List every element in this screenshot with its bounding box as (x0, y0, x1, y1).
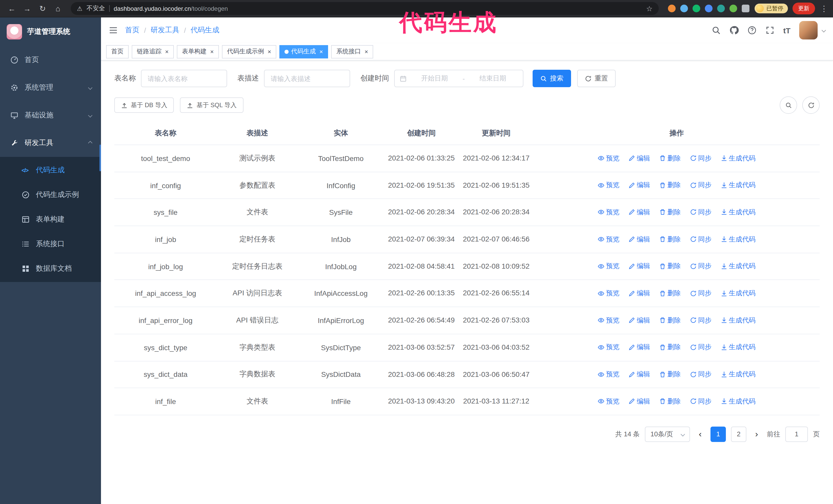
app-logo[interactable]: 芋道管理系统 (0, 18, 101, 46)
delete-link[interactable]: 删除 (659, 316, 681, 325)
page-button-1[interactable]: 1 (711, 427, 726, 442)
sync-link[interactable]: 同步 (690, 316, 712, 325)
sync-link[interactable]: 同步 (690, 235, 712, 244)
generate-code-link[interactable]: 生成代码 (721, 208, 756, 217)
generate-code-link[interactable]: 生成代码 (721, 397, 756, 406)
extension-icon-4[interactable] (705, 5, 713, 12)
avatar[interactable] (799, 21, 818, 40)
preview-link[interactable]: 预览 (598, 208, 619, 217)
generate-code-link[interactable]: 生成代码 (721, 181, 756, 190)
close-icon[interactable]: × (319, 48, 323, 55)
edit-link[interactable]: 编辑 (628, 343, 650, 352)
refresh-table-button[interactable] (802, 96, 820, 114)
sync-link[interactable]: 同步 (690, 397, 712, 406)
sidebar-item-home[interactable]: 首页 (0, 46, 101, 74)
delete-link[interactable]: 删除 (659, 262, 681, 271)
sync-link[interactable]: 同步 (690, 181, 712, 190)
generate-code-link[interactable]: 生成代码 (721, 262, 756, 271)
reload-icon[interactable]: ↻ (36, 2, 49, 15)
sidebar-subitem-db-doc[interactable]: 数据库文档 (0, 256, 101, 281)
extension-icon-5[interactable] (717, 5, 725, 12)
tab-codegen-example[interactable]: 代码生成示例× (222, 45, 276, 58)
sync-link[interactable]: 同步 (690, 343, 712, 352)
extensions-puzzle-icon[interactable] (742, 5, 749, 12)
tab-codegen[interactable]: 代码生成× (279, 45, 328, 58)
edit-link[interactable]: 编辑 (628, 262, 650, 271)
sync-link[interactable]: 同步 (690, 289, 712, 298)
breadcrumb-dev-tools[interactable]: 研发工具 (151, 26, 180, 35)
edit-link[interactable]: 编辑 (628, 235, 650, 244)
tab-home[interactable]: 首页 (106, 45, 129, 58)
generate-code-link[interactable]: 生成代码 (721, 289, 756, 298)
preview-link[interactable]: 预览 (598, 262, 619, 271)
avatar-caret-icon[interactable] (822, 28, 826, 32)
sidebar-scrollbar-thumb[interactable] (99, 145, 101, 171)
sidebar-subitem-codegen[interactable]: </> 代码生成 (0, 158, 101, 183)
edit-link[interactable]: 编辑 (628, 289, 650, 298)
table-name-input[interactable] (141, 70, 227, 87)
sync-link[interactable]: 同步 (690, 208, 712, 217)
fullscreen-icon[interactable] (765, 26, 775, 35)
chrome-menu-icon[interactable]: ⋮ (820, 4, 828, 13)
delete-link[interactable]: 删除 (659, 289, 681, 298)
sidebar-subitem-codegen-example[interactable]: 代码生成示例 (0, 183, 101, 207)
delete-link[interactable]: 删除 (659, 208, 681, 217)
sync-link[interactable]: 同步 (690, 262, 712, 271)
extension-icon-2[interactable] (680, 5, 688, 12)
search-icon[interactable] (712, 26, 721, 35)
forward-icon[interactable]: → (21, 2, 34, 15)
sync-link[interactable]: 同步 (690, 370, 712, 379)
generate-code-link[interactable]: 生成代码 (721, 343, 756, 352)
edit-link[interactable]: 编辑 (628, 153, 650, 163)
help-icon[interactable] (747, 26, 757, 35)
import-db-button[interactable]: 基于 DB 导入 (114, 97, 174, 113)
sidebar-subitem-system-api[interactable]: 系统接口 (0, 232, 101, 256)
create-time-range-picker[interactable]: 开始日期 - 结束日期 (394, 70, 523, 87)
close-icon[interactable]: × (268, 48, 271, 55)
next-page-button[interactable]: › (752, 427, 762, 442)
tab-system-api[interactable]: 系统接口× (331, 45, 373, 58)
generate-code-link[interactable]: 生成代码 (721, 316, 756, 325)
extension-icon-1[interactable] (668, 5, 675, 12)
search-button[interactable]: 搜索 (532, 70, 571, 87)
font-size-icon[interactable]: tT (783, 26, 790, 34)
page-size-select[interactable]: 10条/页 (645, 427, 690, 442)
github-icon[interactable] (730, 26, 739, 35)
delete-link[interactable]: 删除 (659, 370, 681, 379)
page-button-2[interactable]: 2 (731, 427, 746, 442)
generate-code-link[interactable]: 生成代码 (721, 370, 756, 379)
delete-link[interactable]: 删除 (659, 235, 681, 244)
chrome-update-button[interactable]: 更新 (792, 3, 815, 14)
preview-link[interactable]: 预览 (598, 289, 619, 298)
close-icon[interactable]: × (165, 48, 169, 55)
delete-link[interactable]: 删除 (659, 181, 681, 190)
hamburger-icon[interactable] (109, 26, 118, 35)
delete-link[interactable]: 删除 (659, 153, 681, 163)
preview-link[interactable]: 预览 (598, 235, 619, 244)
preview-link[interactable]: 预览 (598, 343, 619, 352)
profile-paused-badge[interactable]: 已暂停 (755, 4, 788, 13)
edit-link[interactable]: 编辑 (628, 370, 650, 379)
extension-icon-3[interactable] (693, 5, 700, 12)
goto-page-input[interactable] (785, 427, 808, 442)
delete-link[interactable]: 删除 (659, 397, 681, 406)
address-bar[interactable]: ⚠ 不安全 dashboard.yudao.iocoder.cn/tool/co… (71, 2, 659, 15)
home-icon[interactable]: ⌂ (51, 2, 65, 15)
preview-link[interactable]: 预览 (598, 181, 619, 190)
generate-code-link[interactable]: 生成代码 (721, 153, 756, 163)
reset-button[interactable]: 重置 (577, 70, 616, 87)
edit-link[interactable]: 编辑 (628, 316, 650, 325)
sidebar-subitem-form-builder[interactable]: 表单构建 (0, 207, 101, 232)
sidebar-item-dev-tools[interactable]: 研发工具 (0, 129, 101, 157)
toggle-search-button[interactable] (780, 96, 797, 114)
edit-link[interactable]: 编辑 (628, 397, 650, 406)
edit-link[interactable]: 编辑 (628, 208, 650, 217)
sync-link[interactable]: 同步 (690, 153, 712, 163)
sidebar-item-system-mgmt[interactable]: 系统管理 (0, 74, 101, 101)
extension-icon-6[interactable] (730, 5, 737, 12)
edit-link[interactable]: 编辑 (628, 181, 650, 190)
import-sql-button[interactable]: 基于 SQL 导入 (180, 97, 243, 113)
prev-page-button[interactable]: ‹ (695, 427, 705, 442)
tab-link-tracing[interactable]: 链路追踪× (132, 45, 174, 58)
sidebar-item-infrastructure[interactable]: 基础设施 (0, 101, 101, 129)
